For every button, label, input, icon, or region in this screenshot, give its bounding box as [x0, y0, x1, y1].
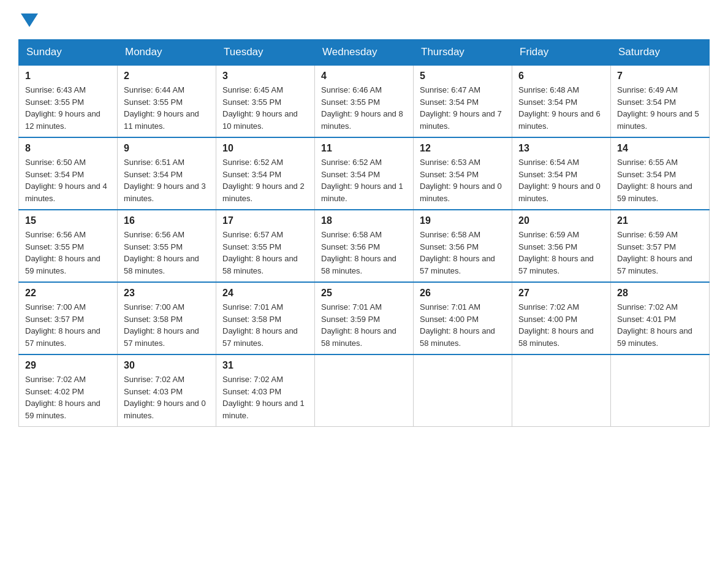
daylight-label: Daylight: 9 hours and 11 minutes. [124, 109, 199, 131]
day-number: 14 [617, 143, 703, 154]
day-info: Sunrise: 6:47 AM Sunset: 3:54 PM Dayligh… [420, 84, 506, 132]
logo [18, 12, 38, 27]
day-info: Sunrise: 6:52 AM Sunset: 3:54 PM Dayligh… [222, 156, 308, 204]
sunset-label: Sunset: 4:03 PM [222, 387, 281, 396]
day-number: 3 [222, 71, 308, 82]
sunset-label: Sunset: 3:56 PM [420, 242, 479, 251]
sunrise-label: Sunrise: 7:02 AM [124, 375, 184, 384]
sunrise-label: Sunrise: 6:53 AM [420, 158, 480, 167]
calendar-day-cell [315, 354, 414, 427]
daylight-label: Daylight: 8 hours and 57 minutes. [617, 254, 692, 275]
sunset-label: Sunset: 3:54 PM [222, 170, 281, 179]
calendar-week-row: 29 Sunrise: 7:02 AM Sunset: 4:02 PM Dayl… [19, 354, 710, 427]
day-number: 13 [518, 143, 604, 154]
sunrise-label: Sunrise: 6:46 AM [321, 85, 382, 94]
day-info: Sunrise: 7:01 AM Sunset: 3:58 PM Dayligh… [222, 301, 308, 349]
day-info: Sunrise: 7:02 AM Sunset: 4:03 PM Dayligh… [124, 373, 210, 421]
sunrise-label: Sunrise: 6:44 AM [124, 85, 184, 94]
day-info: Sunrise: 6:51 AM Sunset: 3:54 PM Dayligh… [124, 156, 210, 204]
sunset-label: Sunset: 3:54 PM [518, 98, 577, 107]
sunrise-label: Sunrise: 7:02 AM [222, 375, 283, 384]
sunrise-label: Sunrise: 7:01 AM [222, 302, 283, 312]
calendar-week-row: 1 Sunrise: 6:43 AM Sunset: 3:55 PM Dayli… [19, 65, 710, 137]
calendar-day-cell: 22 Sunrise: 7:00 AM Sunset: 3:57 PM Dayl… [19, 282, 118, 354]
calendar-day-cell: 7 Sunrise: 6:49 AM Sunset: 3:54 PM Dayli… [611, 65, 710, 137]
daylight-label: Daylight: 9 hours and 12 minutes. [25, 109, 100, 131]
day-number: 26 [420, 288, 506, 299]
sunset-label: Sunset: 3:55 PM [124, 98, 183, 107]
day-info: Sunrise: 6:52 AM Sunset: 3:54 PM Dayligh… [321, 156, 407, 204]
day-info: Sunrise: 6:59 AM Sunset: 3:57 PM Dayligh… [617, 229, 703, 277]
day-number: 6 [518, 71, 604, 82]
daylight-label: Daylight: 8 hours and 59 minutes. [25, 254, 100, 275]
sunset-label: Sunset: 4:00 PM [420, 315, 479, 324]
day-info: Sunrise: 7:01 AM Sunset: 4:00 PM Dayligh… [420, 301, 506, 349]
day-of-week-header: Sunday [19, 40, 118, 66]
sunrise-label: Sunrise: 6:56 AM [124, 230, 184, 239]
day-of-week-header: Thursday [414, 40, 512, 66]
sunset-label: Sunset: 3:55 PM [321, 98, 380, 107]
daylight-label: Daylight: 9 hours and 0 minutes. [518, 182, 601, 203]
sunset-label: Sunset: 3:54 PM [124, 170, 183, 179]
sunset-label: Sunset: 4:01 PM [617, 315, 676, 324]
day-info: Sunrise: 6:54 AM Sunset: 3:54 PM Dayligh… [518, 156, 604, 204]
sunrise-label: Sunrise: 6:55 AM [617, 158, 678, 167]
daylight-label: Daylight: 9 hours and 8 minutes. [321, 109, 403, 131]
day-number: 15 [25, 215, 111, 226]
sunrise-label: Sunrise: 6:58 AM [321, 230, 382, 239]
day-number: 17 [222, 215, 308, 226]
day-info: Sunrise: 6:49 AM Sunset: 3:54 PM Dayligh… [617, 84, 703, 132]
day-of-week-header: Saturday [611, 40, 710, 66]
sunrise-label: Sunrise: 6:59 AM [617, 230, 678, 239]
calendar-day-cell: 14 Sunrise: 6:55 AM Sunset: 3:54 PM Dayl… [611, 137, 710, 210]
daylight-label: Daylight: 8 hours and 59 minutes. [617, 326, 692, 348]
sunrise-label: Sunrise: 6:43 AM [25, 85, 86, 94]
sunrise-label: Sunrise: 6:58 AM [420, 230, 480, 239]
daylight-label: Daylight: 9 hours and 7 minutes. [420, 109, 502, 131]
calendar-day-cell: 30 Sunrise: 7:02 AM Sunset: 4:03 PM Dayl… [118, 354, 216, 427]
daylight-label: Daylight: 8 hours and 59 minutes. [617, 182, 692, 203]
daylight-label: Daylight: 8 hours and 57 minutes. [420, 254, 495, 275]
day-number: 24 [222, 288, 308, 299]
sunset-label: Sunset: 4:00 PM [518, 315, 577, 324]
day-number: 22 [25, 288, 111, 299]
calendar-day-cell: 15 Sunrise: 6:56 AM Sunset: 3:55 PM Dayl… [19, 210, 118, 282]
day-info: Sunrise: 6:45 AM Sunset: 3:55 PM Dayligh… [222, 84, 308, 132]
sunrise-label: Sunrise: 7:02 AM [617, 302, 678, 312]
sunset-label: Sunset: 3:57 PM [25, 315, 84, 324]
calendar-day-cell: 10 Sunrise: 6:52 AM Sunset: 3:54 PM Dayl… [216, 137, 315, 210]
calendar-day-cell: 8 Sunrise: 6:50 AM Sunset: 3:54 PM Dayli… [19, 137, 118, 210]
calendar-day-cell: 28 Sunrise: 7:02 AM Sunset: 4:01 PM Dayl… [611, 282, 710, 354]
daylight-label: Daylight: 8 hours and 59 minutes. [25, 399, 100, 420]
calendar-day-cell: 18 Sunrise: 6:58 AM Sunset: 3:56 PM Dayl… [315, 210, 414, 282]
day-number: 16 [124, 215, 210, 226]
sunset-label: Sunset: 3:55 PM [124, 242, 183, 251]
sunset-label: Sunset: 3:57 PM [617, 242, 676, 251]
day-number: 9 [124, 143, 210, 154]
sunset-label: Sunset: 4:02 PM [25, 387, 84, 396]
calendar-day-cell: 20 Sunrise: 6:59 AM Sunset: 3:56 PM Dayl… [512, 210, 611, 282]
day-info: Sunrise: 6:46 AM Sunset: 3:55 PM Dayligh… [321, 84, 407, 132]
daylight-label: Daylight: 8 hours and 58 minutes. [420, 326, 495, 348]
sunrise-label: Sunrise: 6:51 AM [124, 158, 184, 167]
sunset-label: Sunset: 3:54 PM [420, 170, 479, 179]
sunset-label: Sunset: 3:55 PM [222, 98, 281, 107]
sunrise-label: Sunrise: 6:49 AM [617, 85, 678, 94]
logo-triangle-icon [21, 13, 38, 27]
sunset-label: Sunset: 3:59 PM [321, 315, 380, 324]
calendar-day-cell [611, 354, 710, 427]
sunrise-label: Sunrise: 6:54 AM [518, 158, 579, 167]
calendar-day-cell: 29 Sunrise: 7:02 AM Sunset: 4:02 PM Dayl… [19, 354, 118, 427]
calendar-day-cell: 25 Sunrise: 7:01 AM Sunset: 3:59 PM Dayl… [315, 282, 414, 354]
sunrise-label: Sunrise: 6:45 AM [222, 85, 283, 94]
daylight-label: Daylight: 8 hours and 58 minutes. [321, 326, 396, 348]
calendar-day-cell: 6 Sunrise: 6:48 AM Sunset: 3:54 PM Dayli… [512, 65, 611, 137]
day-info: Sunrise: 7:00 AM Sunset: 3:57 PM Dayligh… [25, 301, 111, 349]
sunrise-label: Sunrise: 6:57 AM [222, 230, 283, 239]
daylight-label: Daylight: 9 hours and 0 minutes. [420, 182, 502, 203]
day-info: Sunrise: 7:00 AM Sunset: 3:58 PM Dayligh… [124, 301, 210, 349]
daylight-label: Daylight: 9 hours and 5 minutes. [617, 109, 699, 131]
day-info: Sunrise: 6:58 AM Sunset: 3:56 PM Dayligh… [420, 229, 506, 277]
sunset-label: Sunset: 4:03 PM [124, 387, 183, 396]
day-number: 4 [321, 71, 407, 82]
